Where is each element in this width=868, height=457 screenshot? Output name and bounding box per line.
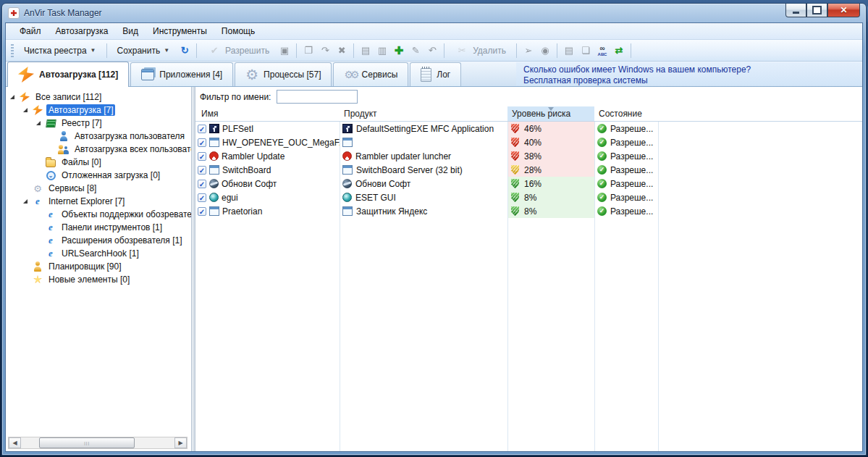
promo-check-link[interactable]: Бесплатная проверка системы [523, 75, 856, 86]
risk-shield-icon [511, 124, 519, 133]
tree-item-startup[interactable]: Автозагрузка [7] [6, 104, 191, 117]
registry-clean-button[interactable]: Чистка реестра▼ [18, 43, 102, 59]
scrollbar-thumb[interactable]: ||| [39, 437, 134, 448]
column-header-status[interactable]: Состояние [594, 106, 658, 121]
allow-button[interactable]: ✔Разрешить [201, 41, 275, 61]
dropdown-arrow-icon: ▼ [90, 47, 96, 54]
scroll-left-arrow-icon[interactable]: ◀ [9, 437, 21, 448]
row-checkbox[interactable]: ✓ [198, 193, 206, 202]
table-row[interactable]: ✓Обнови Софт Обнови Софт 16% ✓Разреше... [195, 177, 862, 190]
filter-label: Фильтр по имени: [200, 92, 271, 102]
lightning-icon [33, 105, 43, 115]
spell-search-icon[interactable]: ∞АВС [595, 43, 610, 58]
row-checkbox[interactable]: ✓ [198, 166, 206, 175]
tree-item-new-elements[interactable]: Новые элементы [0] [6, 273, 191, 286]
risk-shield-icon [511, 165, 519, 175]
menu-view[interactable]: Вид [116, 24, 145, 38]
tabstrip: Автозагрузка [112] Приложения [4] ⚙ Проц… [6, 62, 862, 87]
table-row[interactable]: ✓HW_OPENEYE_OUC_MegaF... 40% ✓Разреше... [195, 135, 862, 149]
tab-services[interactable]: ⚙⚙ Сервисы [333, 62, 408, 86]
tree-item-toolbars[interactable]: eПанели инструментов [1] [6, 221, 191, 234]
save-button[interactable]: Сохранить▼ [111, 43, 176, 59]
tab-log[interactable]: Лог [410, 62, 461, 86]
run-icon[interactable]: ➢ [521, 43, 536, 58]
column-header-name[interactable]: Имя [195, 106, 340, 121]
toolbar-grip[interactable] [11, 44, 14, 57]
expander-icon[interactable] [23, 199, 32, 204]
row-checkbox[interactable]: ✓ [198, 152, 206, 161]
row-checkbox[interactable]: ✓ [198, 207, 206, 216]
undo-icon[interactable]: ↶ [425, 43, 439, 58]
table-row[interactable]: ✓Praetorian Защитник Яндекс 8% ✓Разреше.… [195, 204, 862, 218]
tab-applications[interactable]: Приложения [4] [130, 62, 233, 86]
replace-icon[interactable]: ⇄ [612, 43, 626, 58]
titlebar[interactable]: AnVir Task Manager ✕ [2, 4, 866, 22]
tree-item-delayed-startup[interactable]: ⌄Отложенная загрузка [0] [6, 169, 191, 182]
web-search-icon[interactable]: ◉ [538, 43, 552, 58]
sort-descending-icon [548, 107, 554, 111]
obnovi-soft-app-icon [342, 179, 352, 188]
tree-item-urlsearchhook[interactable]: eURLSearchHook [1] [6, 247, 191, 260]
tree-item-all-records[interactable]: Все записи [112] [6, 91, 191, 104]
tree-item-scheduler[interactable]: Планировщик [90] [6, 260, 191, 273]
column-header-risk[interactable]: Уровень риска [507, 106, 594, 121]
row-checkbox[interactable]: ✓ [198, 180, 206, 188]
status-ok-icon: ✓ [597, 151, 607, 161]
clock-icon: ⌄ [46, 171, 56, 180]
tree-item-services[interactable]: ⚙Сервисы [8] [6, 182, 191, 195]
quarantine-icon[interactable]: ▣ [277, 43, 292, 58]
row-checkbox[interactable]: ✓ [198, 138, 206, 147]
filter-input[interactable] [277, 90, 358, 104]
users-icon [58, 144, 69, 154]
tab-processes[interactable]: ⚙ Процессы [57] [235, 62, 332, 86]
add-to-startup-icon[interactable]: ▤ [358, 43, 373, 58]
copy-icon[interactable]: ❐ [301, 43, 316, 58]
menu-startup[interactable]: Автозагрузка [49, 24, 115, 38]
scroll-right-arrow-icon[interactable]: ▶ [174, 437, 187, 448]
menubar: Файл Автозагрузка Вид Инструменты Помощь [6, 23, 862, 40]
row-checkbox[interactable]: ✓ [198, 125, 206, 133]
expander-icon[interactable] [23, 108, 32, 112]
tree-item-registry[interactable]: Реестр [7] [6, 117, 191, 130]
menu-tools[interactable]: Инструменты [146, 24, 214, 38]
tree-item-browser-extensions[interactable]: eРасширения обозревателя [1] [6, 234, 191, 247]
tab-startup[interactable]: Автозагрузка [112] [7, 62, 129, 87]
expander-icon[interactable] [10, 95, 19, 99]
eset-app-icon [209, 193, 219, 202]
anvir-window: AnVir Task Manager ✕ Файл Автозагрузка В… [1, 3, 867, 456]
tree-item-files[interactable]: Файлы [0] [6, 156, 191, 169]
table-header: Имя Продукт Уровень риска Состояние [195, 106, 862, 122]
startup-table: Имя Продукт Уровень риска Состояние ✓PLF… [195, 106, 862, 451]
add-icon[interactable]: ✚ [392, 43, 406, 58]
notes-icon[interactable]: ▤ [562, 43, 576, 58]
edit-icon[interactable]: ✎ [408, 43, 423, 58]
anvir-logo-icon [8, 7, 20, 19]
menu-help[interactable]: Помощь [215, 24, 261, 38]
add-to-schedule-icon[interactable]: ▥ [375, 43, 389, 58]
internet-explorer-icon: e [45, 222, 56, 233]
cancel-icon[interactable]: ✖ [334, 43, 349, 58]
table-row[interactable]: ✓Rambler Update Rambler updater luncher … [195, 149, 862, 163]
column-header-product[interactable]: Продукт [340, 106, 507, 121]
gear-icon: ⚙ [32, 183, 43, 194]
redo-icon[interactable]: ↷ [318, 43, 332, 58]
close-button[interactable]: ✕ [827, 4, 860, 17]
tree-item-all-users-startup[interactable]: Автозагрузка всех пользователей [6, 143, 191, 156]
table-row[interactable]: ✓PLFSetI DefaultSettingEXE MFC Applicati… [195, 122, 862, 135]
maximize-button[interactable] [806, 4, 827, 17]
tree-item-browser-helper-objects[interactable]: eОбъекты поддержки обозревателя [6, 208, 191, 221]
status-ok-icon: ✓ [597, 138, 607, 147]
file-copy-icon[interactable]: ❏ [578, 43, 593, 58]
delete-button[interactable]: ✂Удалить [449, 41, 512, 61]
minimize-button[interactable] [785, 4, 806, 17]
menu-file[interactable]: Файл [13, 24, 48, 38]
status-ok-icon: ✓ [597, 165, 607, 175]
tree-item-internet-explorer[interactable]: eInternet Explorer [7] [6, 195, 191, 208]
tree-item-user-startup[interactable]: Автозагрузка пользователя [6, 130, 191, 143]
refresh-icon[interactable]: ↻ [177, 43, 192, 58]
table-row[interactable]: ✓SwitchBoard SwitchBoard Server (32 bit)… [195, 163, 862, 177]
promo-question-link[interactable]: Сколько ошибок имеет Windows на вашем ко… [523, 64, 856, 75]
tree-horizontal-scrollbar[interactable]: ◀ ||| ▶ [8, 437, 187, 449]
table-row[interactable]: ✓egui ESET GUI 8% ✓Разреше... [195, 190, 862, 204]
expander-icon[interactable] [36, 121, 45, 125]
